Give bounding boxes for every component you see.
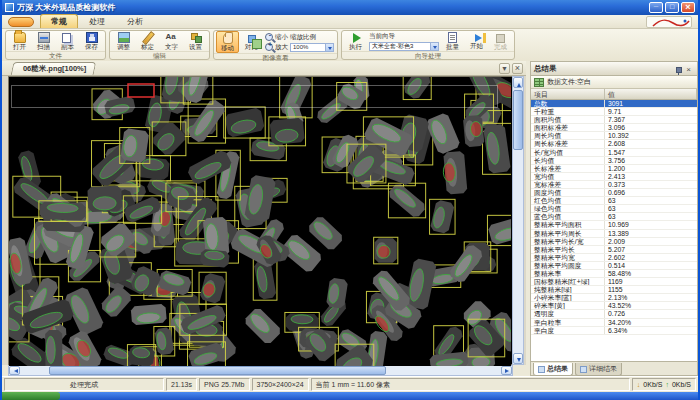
table-row[interactable]: 小碎米率[蓝] 2.13% (531, 294, 697, 302)
scroll-right-icon[interactable] (501, 366, 512, 375)
table-row[interactable]: 长/宽均值 1.547 (531, 149, 697, 157)
table-row[interactable]: 长均值 3.756 (531, 157, 697, 165)
start-button-fragment[interactable] (2, 392, 60, 400)
current-wizard-label: 当前向导 (369, 32, 439, 41)
tab-close-icon[interactable]: × (512, 63, 523, 74)
status-time: 21.13s (166, 378, 197, 391)
table-row[interactable]: 蓝色均值 63 (531, 213, 697, 221)
zoom-in-button[interactable]: 放大 (275, 43, 288, 52)
table-row[interactable]: 面积均值 7.367 (531, 116, 697, 124)
batch-doc-icon (448, 32, 457, 43)
table-row[interactable]: 圆度均值 0.696 (531, 189, 697, 197)
text-button[interactable]: 文字 (160, 31, 183, 51)
results-panel-title: 总结果 (534, 64, 672, 74)
zoom-out-button[interactable]: -缩小缩放比例 (265, 33, 334, 42)
table-row[interactable]: 宽标准差 0.373 (531, 181, 697, 189)
settings-icon (190, 32, 202, 43)
table-row[interactable]: 整精米平均长 5.207 (531, 246, 697, 254)
table-row[interactable]: 透明度 0.726 (531, 310, 697, 318)
app-window: 万深 大米外观品质检测软件 常规 处理 分析 打开 扫描 副本 保存 文件 (0, 0, 700, 400)
results-table: 项目 值 总数 3091 千粒重 9.71 (531, 89, 697, 361)
table-row[interactable]: 绿色均值 63 (531, 205, 697, 213)
adjust-button[interactable]: 调整 (112, 31, 135, 51)
scroll-down-icon[interactable] (513, 353, 523, 364)
table-row[interactable]: 整精米平均周长 13.389 (531, 230, 697, 238)
calibrate-button[interactable]: 标定 (136, 31, 159, 51)
app-menu-button[interactable] (8, 17, 34, 27)
restore-button[interactable] (665, 2, 679, 13)
ribbon-tab-row: 常规 处理 分析 (2, 15, 698, 29)
tab-process[interactable]: 处理 (78, 14, 116, 28)
zoom-ratio-combobox[interactable]: 100% (290, 43, 334, 52)
table-row[interactable]: 整精米平均圆度 0.514 (531, 262, 697, 270)
open-button[interactable]: 打开 (8, 31, 31, 51)
image-workspace: 06糙米.png[100%] ▼ × (2, 61, 526, 376)
tab-general[interactable]: 常规 (40, 14, 78, 28)
compare-button[interactable]: 对比 (240, 33, 263, 51)
pin-icon[interactable] (672, 64, 683, 74)
table-row[interactable]: 整精米率 58.48% (531, 270, 697, 278)
group-wizard-label: 向导处理 (342, 51, 514, 59)
upload-speed: 0Kb/S (672, 381, 691, 388)
table-row[interactable]: 周长标准差 2.608 (531, 140, 697, 148)
pencil-icon (142, 32, 154, 43)
rice-image-canvas[interactable] (8, 76, 512, 365)
column-header-value[interactable]: 值 (605, 89, 697, 99)
table-row[interactable]: 整精米平均宽 2.602 (531, 254, 697, 262)
table-row[interactable]: 宽均值 2.413 (531, 173, 697, 181)
table-row[interactable]: 总数 3091 (531, 100, 697, 108)
scan-button[interactable]: 扫描 (32, 31, 55, 51)
save-button[interactable]: 保存 (80, 31, 103, 51)
table-row[interactable]: 国标整精米[红+绿] 1169 (531, 278, 697, 286)
move-button[interactable]: 移动 (216, 31, 239, 53)
vertical-scroll-thumb[interactable] (513, 90, 523, 150)
play-icon (353, 33, 361, 43)
scanner-icon (38, 32, 50, 43)
table-row[interactable]: 垩白粒率 34.20% (531, 319, 697, 327)
table-row[interactable]: 整精米平均长/宽 2.009 (531, 238, 697, 246)
table-row[interactable]: 整精米平均面积 10.969 (531, 221, 697, 229)
panel-close-icon[interactable]: × (683, 64, 694, 74)
window-title: 万深 大米外观品质检测软件 (17, 2, 649, 13)
scroll-left-icon[interactable] (9, 366, 20, 375)
tab-analysis[interactable]: 分析 (116, 14, 154, 28)
tab-total-results[interactable]: 总结果 (533, 363, 573, 376)
status-scale-info: 当前 1 mm = 11.60 像素 (311, 378, 630, 391)
table-row[interactable]: 碎米率[黄] 43.52% (531, 302, 697, 310)
table-row[interactable]: 垩白度 6.34% (531, 327, 697, 335)
title-bar: 万深 大米外观品质检测软件 (2, 0, 698, 15)
app-icon (5, 3, 14, 12)
group-edit: 调整 标定 文字 设置 编辑 (109, 30, 210, 60)
os-taskbar[interactable] (2, 392, 698, 400)
minimize-button[interactable] (649, 2, 663, 13)
settings-button[interactable]: 设置 (184, 31, 207, 51)
grid-icon (538, 366, 545, 373)
start-button[interactable]: 开始 (465, 33, 488, 50)
status-file-info: PNG 25.7Mb (199, 378, 249, 391)
close-button[interactable] (681, 2, 695, 13)
status-image-size: 3750×2400×24 (252, 378, 309, 391)
table-row[interactable]: 千粒重 9.71 (531, 108, 697, 116)
table-row[interactable]: 长标准差 1.200 (531, 165, 697, 173)
vertical-scrollbar[interactable] (512, 76, 524, 365)
batch-button[interactable]: 批量 (441, 31, 464, 51)
wizard-combobox[interactable]: 大米全套-彩色3 (369, 42, 439, 51)
horizontal-scrollbar[interactable] (8, 365, 513, 376)
scroll-up-icon[interactable] (513, 77, 523, 88)
chevron-down-icon (430, 43, 438, 50)
tab-list-dropdown-icon[interactable]: ▼ (499, 63, 510, 74)
status-bar: 处理完成 21.13s PNG 25.7Mb 3750×2400×24 当前 1… (2, 376, 698, 392)
document-tab[interactable]: 06糙米.png[100%] (11, 62, 97, 75)
grid-icon (580, 366, 587, 373)
table-row[interactable]: 红色均值 63 (531, 197, 697, 205)
brand-logo (646, 16, 692, 28)
column-header-item[interactable]: 项目 (531, 89, 605, 99)
tab-detailed-results[interactable]: 详细结果 (575, 363, 622, 376)
execute-button[interactable]: 执行 (344, 32, 367, 51)
table-row[interactable]: 面积标准差 3.096 (531, 124, 697, 132)
table-row[interactable]: 纯整精米[绿] 1155 (531, 286, 697, 294)
compare-icon (248, 35, 256, 43)
horizontal-scroll-thumb[interactable] (49, 366, 386, 375)
copy-button[interactable]: 副本 (56, 32, 79, 51)
table-row[interactable]: 周长均值 10.392 (531, 132, 697, 140)
